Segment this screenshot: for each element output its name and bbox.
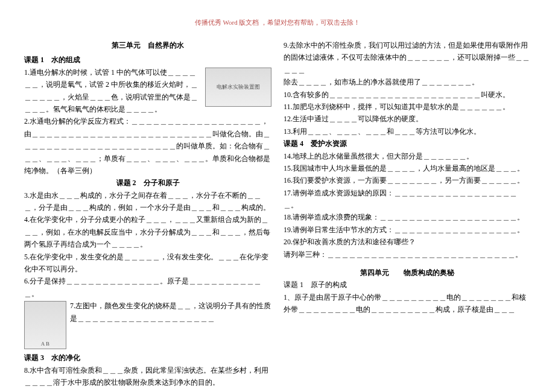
q5: 5.在化学变化中，发生变化的是＿＿＿＿＿，没有发生变化。＿＿＿在化学变化中不可以… xyxy=(24,251,271,276)
q18: 18.请例举造成水浪费的现象：＿＿＿＿＿＿＿＿＿＿＿＿＿＿＿＿＿＿＿。 xyxy=(284,211,531,223)
q10: 10.含有较多的＿＿＿＿＿＿＿＿＿＿＿＿＿＿＿＿＿＿＿＿＿叫硬水。 xyxy=(284,89,531,101)
beaker-diagram: A B xyxy=(24,301,66,349)
q20: 20.保护和改善水质的方法和途径有哪些？ xyxy=(284,236,531,248)
unit4-title: 第四单元 物质构成的奥秘 xyxy=(284,267,531,279)
topic4-title: 课题 4 爱护水资源 xyxy=(284,138,531,150)
q17: 17.请例举造成水资源短缺的原因：＿＿＿＿＿＿＿＿＿＿＿＿＿＿＿＿＿＿。 xyxy=(284,187,531,212)
q12: 12.生活中通过＿＿＿＿可以降低水的硬度。 xyxy=(284,113,531,125)
u4q1: 1、原子是由居于原子中心的带＿＿＿＿＿＿＿＿＿电的＿＿＿＿＿＿＿和核外带＿＿＿＿… xyxy=(284,291,531,316)
q2: 2.水通电分解的化学反应方程式：＿＿＿＿＿＿＿＿＿＿＿＿＿＿＿＿＿＿，由＿＿＿＿… xyxy=(24,115,271,177)
topic2-title: 课题 2 分子和原子 xyxy=(24,177,271,189)
header-note: 传播优秀 Word 版文档 ，希望对您有帮助，可双击去除！ xyxy=(24,18,531,27)
right-column: 9.去除水中的不溶性杂质，我们可以用过滤的方法，但是如果使用有吸附作用的固体过滤… xyxy=(284,39,531,388)
q6: 6.分子是保持＿＿＿＿＿＿＿＿＿＿＿＿＿。原子是＿＿＿＿＿＿＿＿＿＿＿。 xyxy=(24,275,271,300)
unit3-title: 第三单元 自然界的水 xyxy=(24,39,271,51)
q14: 14.地球上的总水储量虽然很大，但大部分是＿＿＿＿＿＿。 xyxy=(284,150,531,162)
q20b: 请列举三种：＿＿＿＿＿＿＿＿＿＿＿＿＿＿＿＿＿＿＿＿＿＿＿＿＿＿。 xyxy=(284,248,531,261)
q13: 13.利用＿＿＿、＿＿＿、＿＿＿和＿＿＿等方法可以净化水。 xyxy=(284,125,531,138)
q11: 11.加肥皂水到烧杯中，搅拌，可以知道其中是软水的是＿＿＿＿＿＿。 xyxy=(284,101,531,113)
left-column: 第三单元 自然界的水 课题 1 水的组成 电解水实验装置图 1.通电分解水的时候… xyxy=(24,39,271,388)
q8: 8.水中含有可溶性杂质和＿＿＿杂质，因此常呈浑浊状态。在某些乡村，利用＿＿＿＿溶… xyxy=(24,364,271,389)
content-columns: 第三单元 自然界的水 课题 1 水的组成 电解水实验装置图 1.通电分解水的时候… xyxy=(24,39,531,388)
topic3-title: 课题 3 水的净化 xyxy=(24,352,271,364)
topic1-title: 课题 1 水的组成 xyxy=(24,54,271,66)
electrolysis-diagram: 电解水实验装置图 xyxy=(205,68,271,107)
q19: 19.请例举日常生活中节水的方式：＿＿＿＿＿＿＿＿＿＿＿＿＿＿＿＿＿。 xyxy=(284,224,531,236)
q16: 16.我们要爱护水资源，一方面要＿＿＿＿＿＿＿，另一方面要＿＿＿＿＿。 xyxy=(284,174,531,186)
q9b: 除去＿＿＿＿，如市场上的净水器就使用了＿＿＿＿＿＿＿。 xyxy=(284,76,531,88)
q3: 3.水是由水＿＿＿构成的，水分子之间存在着＿＿＿，水分子在不断的＿＿＿，分子是由… xyxy=(24,189,271,214)
q4: 4.在化学变化中，分子分成更小的粒子＿＿＿，＿＿＿又重新组合成为新的＿＿＿，例如… xyxy=(24,213,271,250)
q15: 15.我国城市中人均水量最低的是＿＿＿＿，人均水量最高的地区是＿＿＿。 xyxy=(284,162,531,174)
q9: 9.去除水中的不溶性杂质，我们可以用过滤的方法，但是如果使用有吸附作用的固体过滤… xyxy=(284,39,531,76)
unit4-topic1-title: 课题 1 原子的构成 xyxy=(284,279,531,291)
